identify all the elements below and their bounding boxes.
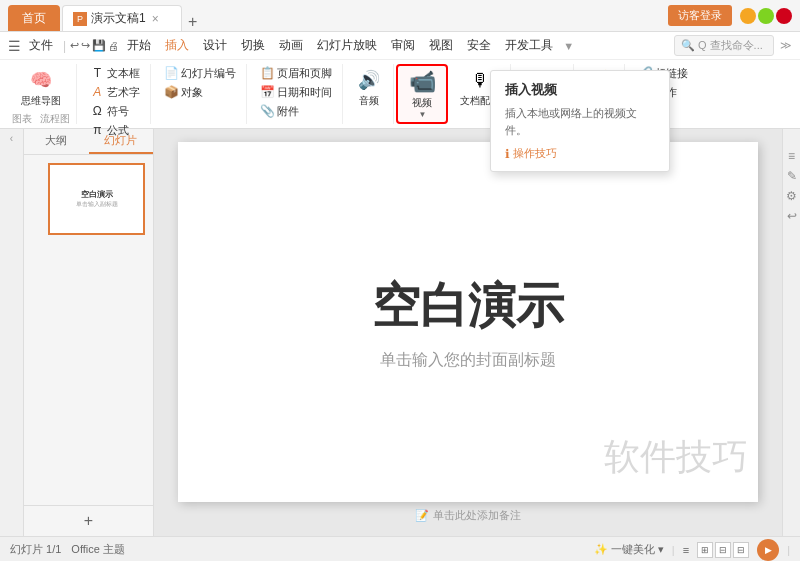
datetime-icon: 📅 [259,84,275,100]
menu-review[interactable]: 审阅 [385,35,421,56]
sep1: | [672,544,675,556]
menu-design[interactable]: 设计 [197,35,233,56]
more-icon[interactable]: ≫ [780,39,792,52]
object-button[interactable]: 📦 对象 [159,83,207,101]
menu-start[interactable]: 开始 [121,35,157,56]
symbol-icon: Ω [89,103,105,119]
slide-thumbnail[interactable]: 空白演示 单击输入副标题 [48,163,145,235]
slide-thumb-content: 空白演示 单击输入副标题 [54,169,139,229]
mindmap-icon: 🧠 [27,66,55,94]
attachment-button[interactable]: 📎 附件 [255,102,303,120]
titlebar-right: 访客登录 [668,5,800,26]
menu-slideshow[interactable]: 幻灯片放映 [311,35,383,56]
search-placeholder: Q 查找命令... [698,38,763,53]
canvas-area: 空白演示 单击输入您的封面副标题 软件技巧 📝 单击此处添加备注 [154,129,782,536]
add-note-area[interactable]: 📝 单击此处添加备注 [415,508,521,523]
menu-view[interactable]: 视图 [423,35,459,56]
grid-view-button[interactable]: ⊟ [715,542,731,558]
maximize-button[interactable] [758,8,774,24]
menu-file[interactable]: 文件 [23,35,59,56]
window-controls [740,8,792,24]
beauty-icon: ✨ [594,543,608,556]
menu-transition[interactable]: 切换 [235,35,271,56]
add-slide-button[interactable]: + [24,505,153,536]
right-icon-4[interactable]: ↩ [787,209,797,223]
new-tab-button[interactable]: + [188,13,197,31]
arttext-button[interactable]: A 艺术字 [85,83,144,101]
tabs-area: 首页 P 演示文稿1 × + [8,0,197,31]
note-icon: 📝 [415,509,429,522]
right-icon-1[interactable]: ≡ [788,149,795,163]
search-box[interactable]: 🔍 Q 查找命令... [674,35,774,56]
close-tab-icon[interactable]: × [152,12,159,26]
menu-devtools[interactable]: 开发工具 [499,35,559,56]
textbox-icon: T [89,65,105,81]
video-button[interactable]: 📹 视频 ▼ [404,66,440,121]
formula-icon: π [89,122,105,138]
tip-link-label: 操作技巧 [513,146,557,161]
redo-icon[interactable]: ↪ [81,39,90,52]
tab-doc[interactable]: P 演示文稿1 × [62,5,182,31]
arttext-icon: A [89,84,105,100]
menu-security[interactable]: 安全 [461,35,497,56]
outline-view-button[interactable]: ⊟ [733,542,749,558]
right-icon-2[interactable]: ✎ [787,169,797,183]
thumb-sub: 单击输入副标题 [76,200,118,209]
left-panel-arrow[interactable]: ‹ [10,133,13,144]
arttext-label: 艺术字 [107,85,140,100]
rg-diagram: 🧠 思维导图 图表 流程图 [6,64,77,124]
tip-link[interactable]: ℹ 操作技巧 [505,146,655,161]
menu-insert[interactable]: 插入 [159,35,195,56]
ribbon-menu-bar: ☰ 文件 | ↩ ↪ 💾 🖨 开始 插入 设计 切换 动画 幻灯片放映 审阅 视… [0,32,800,60]
datetime-label: 日期和时间 [277,85,332,100]
list-item: 1 空白演示 单击输入副标题 [32,163,145,235]
right-icon-3[interactable]: ⚙ [786,189,797,203]
slide-canvas[interactable]: 空白演示 单击输入您的封面副标题 软件技巧 [178,142,758,502]
rg-page: 📋 页眉和页脚 📅 日期和时间 📎 附件 [249,64,343,124]
mindmap-label: 思维导图 [21,94,61,108]
audio-button[interactable]: 🔊 音频 [351,64,387,110]
rg-slide: 📄 幻灯片编号 📦 对象 [153,64,247,124]
slides-list: 1 空白演示 单击输入副标题 [24,155,153,505]
symbol-button[interactable]: Ω 符号 [85,102,133,120]
undo-icon[interactable]: ↩ [70,39,79,52]
sep2: | [787,544,790,556]
textbox-button[interactable]: T 文本框 [85,64,144,82]
title-bar: 首页 P 演示文稿1 × + 访客登录 [0,0,800,32]
slidenum-button[interactable]: 📄 幻灯片编号 [159,64,240,82]
statusbar-right: ✨ 一键美化 ▾ | ≡ ⊞ ⊟ ⊟ ▶ | [594,539,790,561]
pageheader-icon: 📋 [259,65,275,81]
formula-button[interactable]: π 公式 [85,121,133,139]
right-panel: ≡ ✎ ⚙ ↩ [782,129,800,536]
flowchart-label[interactable]: 流程图 [40,113,70,124]
note-label: 单击此处添加备注 [433,508,521,523]
visitor-login-button[interactable]: 访客登录 [668,5,732,26]
pageheader-button[interactable]: 📋 页眉和页脚 [255,64,336,82]
video-label: 视频 [412,96,432,110]
normal-view-button[interactable]: ⊞ [697,542,713,558]
main-area: ‹ 大纲 幻灯片 1 空白演示 单击输入副标题 + 空白演示 单击输入您的封面副… [0,129,800,536]
datetime-button[interactable]: 📅 日期和时间 [255,83,336,101]
list-view-icon[interactable]: ≡ [683,544,689,556]
ribbon-toolbar: 🧠 思维导图 图表 流程图 T 文本框 A 艺术字 [0,60,800,128]
watermark-text: 软件技巧 [604,433,748,482]
rg-text: T 文本框 A 艺术字 Ω 符号 π 公式 [79,64,151,124]
hamburger-icon[interactable]: ☰ [8,38,21,54]
pageheader-label: 页眉和页脚 [277,66,332,81]
chart-label[interactable]: 图表 [12,113,32,124]
mindmap-button[interactable]: 🧠 思维导图 [17,64,65,110]
tab-home[interactable]: 首页 [8,5,60,31]
tab-doc-label: 演示文稿1 [91,10,146,27]
thumb-title: 空白演示 [81,189,113,200]
tab-outline[interactable]: 大纲 [24,129,89,154]
print-icon[interactable]: 🖨 [108,40,119,52]
menu-animation[interactable]: 动画 [273,35,309,56]
beauty-button[interactable]: ✨ 一键美化 ▾ [594,542,664,557]
slide-info: 幻灯片 1/1 [10,542,61,557]
play-button[interactable]: ▶ [757,539,779,561]
save-icon[interactable]: 💾 [92,39,106,52]
video-dropdown-arrow: ▼ [418,110,426,119]
minimize-button[interactable] [740,8,756,24]
close-button[interactable] [776,8,792,24]
status-bar: 幻灯片 1/1 Office 主题 ✨ 一键美化 ▾ | ≡ ⊞ ⊟ ⊟ ▶ | [0,536,800,561]
